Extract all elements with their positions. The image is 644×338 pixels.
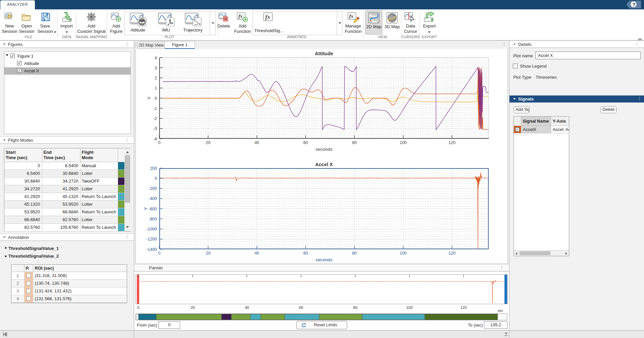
svg-text:fx: fx [238,13,243,19]
svg-text:-200: -200 [149,186,157,191]
svg-text:20: 20 [206,251,210,256]
svg-text:80: 80 [352,251,357,256]
svg-text:-1200: -1200 [146,237,157,242]
svg-text:-400: -400 [149,196,157,201]
svg-text:120: 120 [448,251,455,256]
svg-text:120: 120 [448,140,455,145]
svg-text:0: 0 [155,176,157,181]
svg-text:100: 100 [400,140,407,145]
svg-text:4: 4 [155,56,157,60]
svg-text:200: 200 [150,166,157,171]
svg-text:100: 100 [406,306,413,310]
svg-text:fx: fx [265,14,270,20]
svg-text:0: 0 [158,251,161,256]
svg-text:40: 40 [245,306,249,310]
svg-text:sec: sec [498,309,503,313]
svg-text:2: 2 [155,76,157,80]
svg-text:80: 80 [353,306,358,310]
svg-text:seconds: seconds [316,147,333,152]
svg-text:-1000: -1000 [146,227,157,231]
svg-text:60: 60 [303,251,308,256]
svg-text:40: 40 [255,251,259,256]
svg-text:seconds: seconds [316,257,333,262]
svg-text:-1400: -1400 [146,247,157,252]
svg-text:100: 100 [400,251,407,256]
svg-text:0: 0 [158,140,161,145]
svg-text:20: 20 [191,306,195,310]
svg-text:0: 0 [137,306,139,310]
svg-text:-4: -4 [153,137,157,141]
svg-text:60: 60 [299,306,303,310]
svg-text:Y: Y [147,96,152,99]
svg-text:20: 20 [206,140,210,145]
svg-text:-800: -800 [149,217,157,221]
svg-text:-3: -3 [153,126,157,131]
svg-text:0: 0 [155,96,157,101]
svg-text:-1: -1 [153,106,157,111]
svg-text:Y: Y [143,207,148,210]
svg-text:80: 80 [352,140,357,145]
svg-text:-600: -600 [149,207,157,211]
svg-text:3: 3 [155,66,157,70]
svg-text:40: 40 [255,140,259,145]
svg-text:1: 1 [155,86,157,90]
svg-text:fx: fx [349,13,354,19]
svg-text:60: 60 [303,140,308,145]
svg-text:120: 120 [461,306,467,310]
svg-text:-2: -2 [153,116,157,121]
